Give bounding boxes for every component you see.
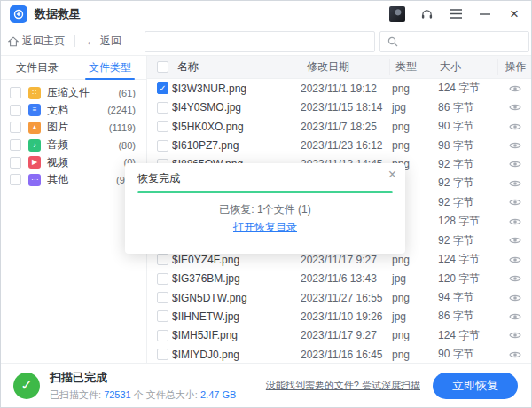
open-recovery-folder-link[interactable]: 打开恢复目录 bbox=[125, 220, 405, 235]
category-checkbox[interactable] bbox=[10, 174, 21, 185]
file-name: $IG376BM.jpg bbox=[172, 272, 301, 285]
table-row[interactable]: $IMIYDJ0.png2023/11/16 16:45png90 字节 bbox=[147, 345, 531, 364]
row-checkbox[interactable] bbox=[157, 140, 168, 152]
back-arrow-icon: ← bbox=[85, 35, 97, 48]
tab-file-type[interactable]: 文件类型 bbox=[74, 56, 146, 79]
category-archive[interactable]: ∷压缩文件(61) bbox=[1, 84, 146, 102]
category-checkbox[interactable] bbox=[10, 157, 21, 169]
file-name: $IMIYDJ0.png bbox=[172, 349, 301, 361]
row-checkbox[interactable] bbox=[157, 349, 168, 360]
row-checkbox[interactable] bbox=[157, 273, 168, 285]
row-checkbox[interactable] bbox=[157, 121, 168, 132]
category-checkbox[interactable] bbox=[10, 122, 21, 133]
file-date: 2023/11/17 9:27 bbox=[301, 329, 389, 341]
preview-eye-icon[interactable] bbox=[509, 236, 521, 245]
category-checkbox[interactable] bbox=[10, 105, 21, 116]
category-checkbox[interactable] bbox=[10, 139, 21, 151]
preview-eye-icon[interactable] bbox=[509, 255, 521, 264]
category-checkbox[interactable] bbox=[10, 87, 21, 98]
preview-eye-icon[interactable] bbox=[509, 312, 521, 321]
support-headset-icon[interactable] bbox=[419, 6, 434, 22]
app-logo-icon bbox=[10, 5, 27, 23]
category-image[interactable]: ▲图片(1119) bbox=[1, 119, 146, 137]
category-audio[interactable]: ♪音频(80) bbox=[1, 137, 146, 154]
table-row[interactable]: $IGN5DTW.png2023/11/27 16:55png94 字节 bbox=[147, 288, 531, 307]
tab-file-directory[interactable]: 文件目录 bbox=[1, 56, 74, 79]
app-title: 数据救星 bbox=[35, 6, 81, 22]
preview-eye-icon[interactable] bbox=[509, 160, 521, 169]
file-type: jpg bbox=[389, 272, 434, 285]
preview-eye-icon[interactable] bbox=[509, 331, 521, 340]
file-size: 98 字节 bbox=[434, 138, 497, 153]
table-row[interactable]: $I5HK0XO.png2023/11/7 18:25png90 字节 bbox=[147, 117, 531, 136]
row-checkbox[interactable] bbox=[157, 310, 168, 322]
category-document[interactable]: ≡文档(2241) bbox=[1, 102, 146, 120]
recover-now-button[interactable]: 立即恢复 bbox=[433, 373, 518, 399]
preview-eye-icon[interactable] bbox=[509, 103, 521, 112]
scan-complete-check-icon: ✓ bbox=[13, 373, 40, 399]
preview-eye-icon[interactable] bbox=[509, 294, 521, 302]
file-type: png bbox=[389, 82, 434, 95]
file-name: $IE0YZ4F.png bbox=[172, 254, 301, 266]
preview-eye-icon[interactable] bbox=[509, 350, 521, 359]
header-type[interactable]: 类型 bbox=[389, 59, 434, 75]
table-row[interactable]: $I610PZ7.png2023/11/23 16:12png98 字节 bbox=[147, 136, 531, 154]
preview-eye-icon[interactable] bbox=[509, 274, 521, 283]
preview-eye-icon[interactable] bbox=[509, 217, 521, 226]
header-name[interactable]: 名称 bbox=[172, 59, 301, 75]
file-size: 120 字节 bbox=[434, 271, 497, 286]
search-box bbox=[379, 31, 529, 52]
header-action: 操作 bbox=[497, 59, 531, 75]
file-date: 2023/11/16 16:45 bbox=[301, 349, 389, 361]
category-count: (1119) bbox=[109, 122, 136, 133]
recovered-count-text: 已恢复: 1个文件 (1) bbox=[125, 202, 405, 217]
path-input[interactable] bbox=[145, 31, 375, 52]
dialog-close-icon[interactable]: × bbox=[388, 167, 396, 183]
video-icon: ▶ bbox=[28, 156, 41, 169]
file-name: $I3W3NUR.png bbox=[172, 82, 301, 95]
preview-eye-icon[interactable] bbox=[509, 179, 521, 188]
back-button[interactable]: ← 返回 bbox=[85, 34, 121, 49]
file-size: 86 字节 bbox=[434, 309, 497, 324]
category-label: 图片 bbox=[47, 120, 68, 135]
image-icon: ▲ bbox=[28, 122, 41, 134]
table-row[interactable]: ✓$I3W3NUR.png2023/11/1 19:12png124 字节 bbox=[147, 79, 531, 98]
header-size[interactable]: 大小 bbox=[434, 59, 497, 75]
row-checkbox[interactable] bbox=[157, 254, 168, 265]
table-row[interactable]: $IMH5JIF.png2023/11/17 9:27png124 字节 bbox=[147, 326, 531, 345]
menu-icon[interactable] bbox=[448, 6, 464, 22]
home-button[interactable]: 返回主页 bbox=[8, 34, 65, 49]
file-size: 94 字节 bbox=[434, 290, 497, 305]
close-icon[interactable]: × bbox=[506, 6, 522, 22]
row-checkbox[interactable] bbox=[157, 292, 168, 303]
search-input[interactable] bbox=[403, 35, 521, 48]
row-checkbox[interactable]: ✓ bbox=[157, 82, 168, 94]
preview-eye-icon[interactable] bbox=[509, 141, 521, 150]
header-date[interactable]: 修改日期 bbox=[301, 59, 389, 75]
preview-eye-icon[interactable] bbox=[509, 122, 521, 131]
file-size: 92 字节 bbox=[434, 176, 497, 191]
file-date: 2023/11/1 19:12 bbox=[301, 82, 389, 95]
table-row[interactable]: $IIHNETW.jpg2023/11/10 19:26jpg86 字节 bbox=[147, 307, 531, 326]
user-avatar[interactable] bbox=[389, 6, 405, 22]
scan-status-title: 扫描已完成 bbox=[50, 370, 236, 386]
toolbar: 返回主页 ← 返回 bbox=[1, 27, 531, 56]
row-checkbox[interactable] bbox=[157, 102, 168, 114]
row-checkbox[interactable] bbox=[157, 330, 168, 341]
file-date: 2023/11/6 13:43 bbox=[301, 272, 389, 285]
titlebar: 数据救星 × bbox=[1, 1, 531, 27]
minimize-icon[interactable] bbox=[477, 6, 493, 22]
file-name: $I4Y0SMO.jpg bbox=[172, 101, 301, 114]
table-row[interactable]: $I4Y0SMO.jpg2023/11/15 18:14jpg86 字节 bbox=[147, 98, 531, 116]
home-label: 返回主页 bbox=[22, 34, 65, 49]
preview-eye-icon[interactable] bbox=[509, 198, 521, 207]
file-date: 2023/11/10 19:26 bbox=[301, 310, 389, 323]
file-name: $IMH5JIF.png bbox=[172, 329, 301, 341]
table-row[interactable]: $IG376BM.jpg2023/11/6 13:43jpg120 字节 bbox=[147, 269, 531, 287]
file-name: $I610PZ7.png bbox=[172, 139, 301, 152]
deep-scan-link[interactable]: 没能找到需要的文件? 尝试深度扫描 bbox=[266, 379, 420, 392]
preview-eye-icon[interactable] bbox=[509, 84, 521, 93]
dialog-title: 恢复完成 bbox=[137, 171, 180, 186]
select-all-checkbox[interactable] bbox=[157, 61, 168, 73]
file-size: 124 字节 bbox=[434, 81, 497, 96]
